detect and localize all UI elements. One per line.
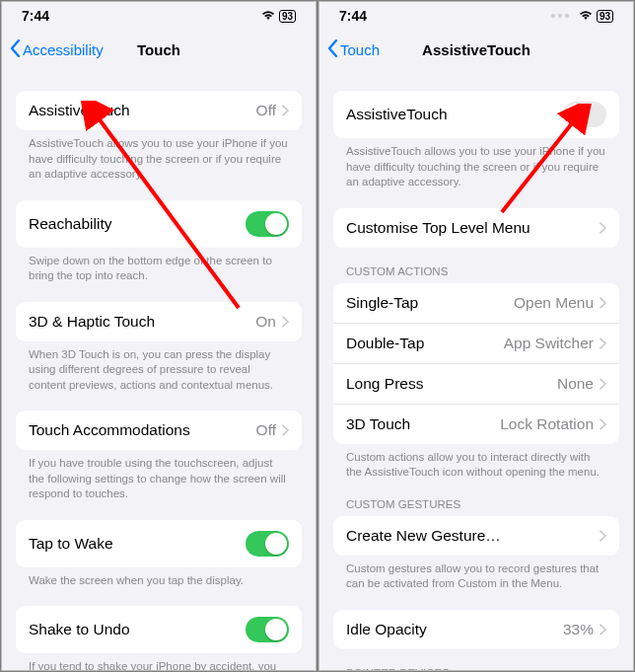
row-label: Customise Top Level Menu	[346, 219, 530, 237]
section-footer: Custom actions allow you to interact dir…	[333, 444, 619, 481]
toggle-assistivetouch[interactable]	[563, 102, 606, 127]
toggle-reachability[interactable]	[246, 211, 289, 237]
chevron-right-icon	[282, 105, 289, 116]
back-button[interactable]: Touch	[327, 39, 380, 60]
row-label: 3D & Haptic Touch	[29, 313, 155, 331]
section-header: Custom Gestures	[333, 498, 619, 516]
row-label: Tap to Wake	[29, 535, 113, 553]
row-footer: When 3D Touch is on, you can press the d…	[16, 341, 302, 394]
section-header: Custom Actions	[333, 265, 619, 283]
screenshot-left: 7:44 93 Accessibility Touch AssistiveTou…	[1, 1, 317, 671]
row-label: AssistiveTouch	[346, 106, 448, 123]
chevron-left-icon	[10, 39, 22, 60]
row-haptic[interactable]: 3D & Haptic Touch On	[16, 302, 302, 341]
content: AssistiveTouch AssistiveTouch allows you…	[319, 69, 633, 670]
chevron-right-icon	[600, 222, 606, 234]
row-label: Shake to Undo	[29, 621, 130, 638]
chevron-right-icon	[282, 424, 289, 436]
row-shake-to-undo[interactable]: Shake to Undo	[16, 606, 302, 653]
row-label: AssistiveTouch	[29, 102, 130, 119]
wifi-icon	[579, 8, 593, 24]
back-button[interactable]: Accessibility	[10, 39, 104, 60]
row-label: Double-Tap	[346, 335, 424, 352]
row-value: None	[557, 375, 594, 393]
row-label: Reachability	[29, 215, 111, 233]
more-icon	[551, 14, 569, 18]
status-time: 7:44	[339, 8, 367, 24]
toggle-tap-to-wake[interactable]	[246, 531, 289, 557]
row-3d-touch[interactable]: 3D Touch Lock Rotation	[333, 404, 619, 444]
row-double-tap[interactable]: Double-Tap App Switcher	[333, 323, 619, 363]
section-footer: Custom gestures allow you to record gest…	[333, 556, 619, 592]
row-label: Create New Gesture…	[346, 527, 501, 545]
row-value: 33%	[563, 621, 594, 638]
row-label: Long Press	[346, 375, 423, 393]
nav-bar: Touch AssistiveTouch	[319, 30, 633, 69]
toggle-shake-to-undo[interactable]	[246, 617, 289, 642]
status-bar: 7:44 93	[2, 2, 316, 30]
row-footer: Swipe down on the bottom edge of the scr…	[16, 248, 302, 284]
row-value: App Switcher	[504, 335, 594, 352]
screenshot-right: 7:44 93 Touch AssistiveTouch AssistiveTo…	[318, 1, 634, 671]
row-footer: AssistiveTouch allows you to use your iP…	[16, 130, 302, 183]
status-bar: 7:44 93	[319, 2, 633, 30]
back-label: Touch	[340, 41, 380, 58]
chevron-right-icon	[600, 418, 606, 430]
row-value: Lock Rotation	[500, 415, 594, 433]
row-touch-accommodations[interactable]: Touch Accommodations Off	[16, 411, 302, 450]
battery-icon: 93	[279, 10, 296, 23]
row-footer: AssistiveTouch allows you to use your iP…	[333, 138, 619, 190]
row-long-press[interactable]: Long Press None	[333, 363, 619, 404]
row-label: Idle Opacity	[346, 621, 427, 638]
section-header: Pointer Devices	[333, 667, 619, 670]
chevron-right-icon	[600, 624, 606, 635]
row-tap-to-wake[interactable]: Tap to Wake	[16, 520, 302, 567]
row-value: Off	[256, 421, 276, 439]
back-label: Accessibility	[23, 41, 104, 58]
chevron-right-icon	[282, 316, 289, 328]
wifi-icon	[261, 8, 275, 24]
content: AssistiveTouch Off AssistiveTouch allows…	[2, 69, 316, 670]
chevron-right-icon	[600, 530, 606, 542]
row-value: Off	[256, 102, 276, 119]
row-label: Touch Accommodations	[29, 421, 190, 439]
row-reachability[interactable]: Reachability	[16, 200, 302, 248]
status-time: 7:44	[22, 8, 49, 24]
row-idle-opacity[interactable]: Idle Opacity 33%	[333, 610, 619, 649]
row-footer: Wake the screen when you tap the display…	[16, 567, 302, 589]
chevron-right-icon	[600, 378, 606, 390]
nav-bar: Accessibility Touch	[2, 30, 316, 69]
chevron-right-icon	[600, 337, 606, 349]
row-customise-menu[interactable]: Customise Top Level Menu	[333, 208, 619, 248]
row-label: Single-Tap	[346, 294, 418, 312]
row-create-gesture[interactable]: Create New Gesture…	[333, 516, 619, 556]
row-assistivetouch[interactable]: AssistiveTouch Off	[16, 91, 302, 130]
row-single-tap[interactable]: Single-Tap Open Menu	[333, 283, 619, 323]
row-label: 3D Touch	[346, 415, 410, 433]
row-value: On	[255, 313, 276, 331]
chevron-left-icon	[327, 39, 339, 60]
battery-icon: 93	[597, 10, 613, 23]
chevron-right-icon	[600, 297, 606, 309]
row-assistivetouch-toggle[interactable]: AssistiveTouch	[333, 91, 619, 138]
row-value: Open Menu	[514, 294, 594, 312]
row-footer: If you have trouble using the touchscree…	[16, 450, 302, 502]
row-footer: If you tend to shake your iPhone by acci…	[16, 653, 302, 670]
